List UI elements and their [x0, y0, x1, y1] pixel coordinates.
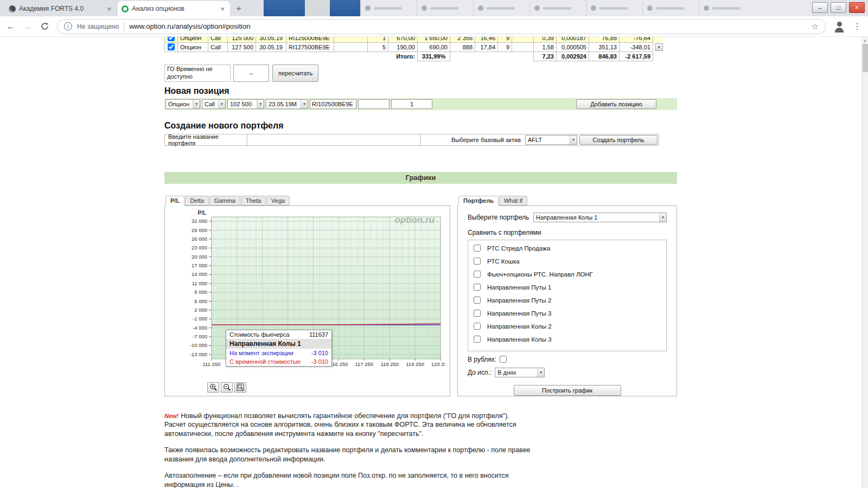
position-checkbox[interactable] [168, 37, 175, 41]
browser-tab-akademia[interactable]: Академия FORTS 4.0 × [4, 1, 117, 16]
window-close-button[interactable]: × [849, 2, 865, 13]
divider [124, 22, 124, 31]
quantity-input[interactable]: 1 [391, 99, 432, 109]
position-cell-side: Call [208, 43, 228, 52]
page-scrollbar[interactable]: ▲ [861, 37, 868, 488]
tab-strip: Академия FORTS 4.0 × Анализ опционов × +… [0, 0, 868, 16]
position-cell-strike: 127 500 [228, 43, 256, 52]
position-cell-iv: 17,84 [475, 43, 498, 52]
forward-icon: → [23, 22, 33, 31]
background-tab-strip [360, 0, 812, 16]
chart-tab-4[interactable]: Vega [266, 196, 290, 206]
address-bar[interactable]: i Не защищено www.option.ru/analysis/opt… [57, 19, 826, 34]
forts-favicon-icon [9, 5, 16, 12]
zoom-reset-icon[interactable] [234, 382, 246, 393]
info-icon[interactable]: i [64, 22, 72, 30]
background-tab [473, 0, 529, 16]
tooltip-portfolio-name: Направленная Колы 1 [226, 339, 331, 349]
portfolio-select[interactable]: Направленная Колы 1 ▼ [533, 213, 667, 222]
compare-portfolio-checkbox[interactable] [474, 310, 481, 317]
svg-text:2 000: 2 000 [194, 306, 207, 312]
svg-text:-13 000: -13 000 [190, 351, 207, 357]
svg-text:119 250: 119 250 [406, 361, 424, 367]
compare-portfolio-checkbox[interactable] [474, 245, 481, 252]
strike-select[interactable]: 102 500 ▼ [227, 99, 264, 109]
bookmark-star-icon[interactable]: ☆ [812, 22, 819, 31]
compare-portfolio-checkbox[interactable] [474, 271, 481, 278]
position-cell-delta: 1,58 [534, 43, 557, 52]
position-cell-expiry: 30.05.19 [256, 43, 286, 52]
page-body: ОпционCall125 00030.05.19RI125000BE9E167… [0, 37, 868, 488]
tab-close-icon[interactable]: × [106, 5, 112, 13]
background-tab-title [374, 7, 402, 10]
rubles-checkbox[interactable] [500, 356, 507, 363]
delete-position-button[interactable]: × [655, 43, 663, 51]
recalculate-button[interactable]: пересчитать [272, 65, 318, 82]
scrollbar-up-icon[interactable]: ▲ [862, 37, 868, 44]
position-cell-days: 9 [498, 37, 512, 43]
svg-text:-10 000: -10 000 [190, 342, 207, 348]
compare-portfolio-item: Направленная Путы 2 [468, 294, 666, 307]
position-cell-qty: 5 [368, 43, 388, 52]
days-select[interactable]: В днях ▼ [495, 368, 545, 377]
background-tab [417, 0, 473, 16]
code-input[interactable]: RI102500BE9E [310, 99, 356, 109]
add-position-button[interactable]: Добавить позицию [576, 99, 656, 109]
chart-tabs: P/LDeltaGammaThetaVega [164, 196, 450, 206]
select-portfolio-label: Выберите портфель [468, 214, 529, 221]
menu-dots-icon[interactable]: ⋮ [853, 21, 861, 31]
url-text[interactable]: www.option.ru/analysis/option#position [129, 22, 250, 30]
chart-tab-3[interactable]: Theta [241, 196, 266, 206]
background-tab-favicon-icon [647, 5, 653, 11]
compare-portfolio-checkbox[interactable] [474, 258, 481, 265]
note-paragraph: Автозаполнение – если при добавлении нов… [164, 471, 531, 488]
position-checkbox[interactable] [168, 43, 175, 50]
instrument-type-select[interactable]: Опцион ▼ [165, 99, 200, 109]
window-minimize-button[interactable]: – [812, 2, 828, 13]
new-tab-button[interactable]: + [232, 2, 245, 15]
compare-portfolio-checkbox[interactable] [474, 336, 481, 343]
position-cell-e2 [512, 37, 534, 43]
base-asset-select[interactable]: AFLT ▼ [525, 135, 577, 145]
chart-tab-2[interactable]: Gamma [209, 196, 240, 206]
chart-tab-0[interactable]: P/L [165, 196, 184, 206]
position-cell-vol: 888 [450, 43, 475, 52]
charts-banner: Графики [164, 172, 677, 184]
reload-icon[interactable] [40, 22, 49, 31]
panel-tab-0[interactable]: Портфель [458, 196, 499, 206]
svg-text:20 000: 20 000 [192, 253, 207, 259]
totals-row: Итого:331,99%7,230,002924846,83-2 617,59 [165, 52, 663, 61]
position-cell-e2 [512, 43, 534, 52]
open-price-input[interactable] [358, 99, 390, 109]
tab-close-icon[interactable]: × [219, 5, 226, 13]
position-cell-side: Call [208, 37, 228, 43]
compare-portfolio-item: РТС Стредл Продажа [468, 242, 666, 255]
browser-tab-analysis[interactable]: Анализ опционов × [117, 1, 230, 16]
zoom-out-icon[interactable] [221, 382, 233, 393]
portfolio-name-input[interactable] [247, 134, 421, 145]
call-put-select[interactable]: Call ▼ [202, 99, 226, 109]
scrollbar-thumb[interactable] [863, 44, 868, 72]
compare-portfolio-checkbox[interactable] [474, 323, 481, 330]
build-chart-button[interactable]: Построить график [514, 385, 621, 396]
rubles-label: В рублях: [468, 356, 496, 363]
chart-tab-1[interactable]: Delta [185, 196, 209, 206]
position-cell-theta: 351,13 [589, 43, 620, 52]
position-cell-pl: -76,64 [620, 37, 653, 43]
expiry-select[interactable]: 23.05.19М ▼ [266, 99, 308, 109]
create-portfolio-button[interactable]: Создать портфель [579, 135, 658, 145]
compare-portfolio-checkbox[interactable] [474, 297, 481, 304]
panel-tab-1[interactable]: What if [499, 196, 527, 206]
background-tab-favicon-icon [591, 5, 596, 11]
chevron-down-icon: ▼ [659, 213, 666, 222]
background-tab-favicon-icon [365, 5, 371, 11]
profile-avatar-icon[interactable] [833, 21, 845, 33]
window-maximize-button[interactable]: □ [831, 2, 846, 13]
totals-delta: 7,23 [534, 52, 557, 61]
tooltip-timevalue-label: С временной стоимостью [229, 358, 301, 365]
compare-portfolio-checkbox[interactable] [474, 284, 481, 291]
watermark: option.ru [394, 215, 435, 226]
go-value-input[interactable]: -- [233, 65, 269, 82]
zoom-in-icon[interactable] [207, 382, 219, 393]
back-icon[interactable]: ← [7, 22, 16, 31]
